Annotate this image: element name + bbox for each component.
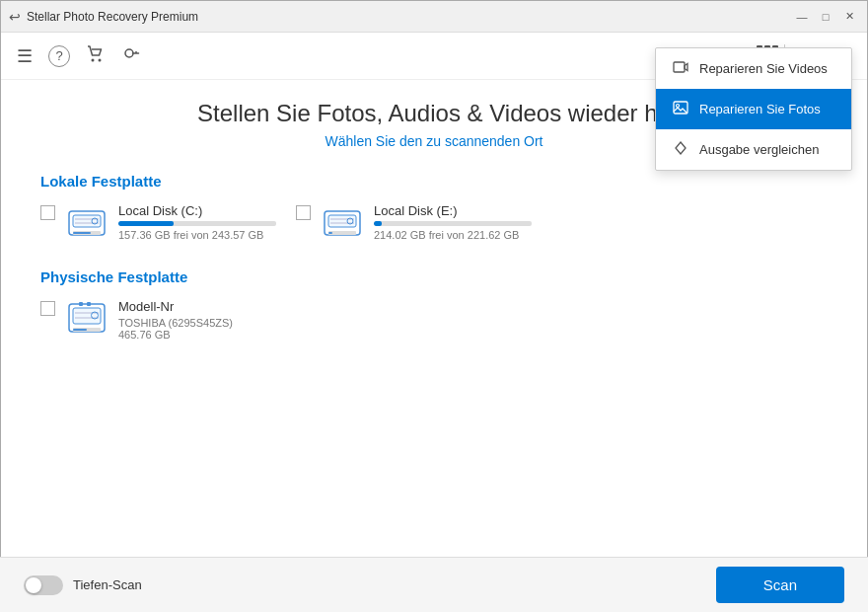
title-bar: ↩ Stellar Photo Recovery Premium — □ ✕	[1, 1, 867, 33]
svg-rect-28	[79, 302, 83, 306]
drive-checkbox-c[interactable]	[40, 205, 55, 220]
tiefen-scan-label: Tiefen-Scan	[73, 577, 142, 592]
maximize-button[interactable]: □	[816, 7, 835, 27]
svg-rect-3	[674, 62, 685, 72]
svg-marker-6	[676, 142, 686, 154]
drive-info-physical: Modell-Nr TOSHIBA (6295S45ZS) 465.76 GB	[118, 299, 238, 341]
svg-rect-16	[328, 232, 332, 234]
dropdown-item-repair-video[interactable]: Reparieren Sie Videos	[656, 48, 851, 89]
local-drives-title: Lokale Festplatte	[40, 173, 828, 190]
svg-rect-9	[73, 232, 91, 234]
drive-icon-physical	[65, 299, 108, 337]
physical-drives-title: Physische Festplatte	[40, 268, 828, 285]
key-icon[interactable]	[121, 43, 141, 68]
drive-name-physical: Modell-Nr	[118, 299, 238, 314]
svg-point-5	[677, 105, 680, 108]
svg-rect-17	[328, 215, 356, 227]
drive-icon-e	[321, 203, 364, 241]
title-bar-controls: — □ ✕	[792, 7, 859, 27]
drive-model-physical: TOSHIBA (6295S45ZS)	[118, 317, 238, 329]
local-drives-grid: Local Disk (C:) 157.36 GB frei von 243.5…	[40, 203, 828, 241]
drive-size-physical: 465.76 GB	[118, 329, 238, 341]
dropdown-label-repair-photo: Reparieren Sie Fotos	[699, 102, 821, 116]
title-bar-back-icon: ↩	[9, 9, 21, 25]
drive-item-c: Local Disk (C:) 157.36 GB frei von 243.5…	[40, 203, 276, 241]
drive-bar-fill-c	[118, 221, 174, 226]
cart-icon[interactable]	[86, 43, 106, 68]
drive-bar-c	[118, 221, 276, 226]
compare-output-icon	[672, 139, 689, 160]
drive-info-e: Local Disk (E:) 214.02 GB frei von 221.6…	[374, 203, 532, 241]
repair-video-icon	[672, 58, 689, 79]
svg-rect-29	[87, 302, 91, 306]
title-bar-title: Stellar Photo Recovery Premium	[27, 10, 198, 24]
drive-name-e: Local Disk (E:)	[374, 203, 532, 218]
drive-info-c: Local Disk (C:) 157.36 GB frei von 243.5…	[118, 203, 276, 241]
svg-point-1	[99, 59, 102, 62]
physical-drives-section: Physische Festplatte Modell-Nr TO	[40, 268, 828, 341]
scan-button[interactable]: Scan	[716, 567, 844, 603]
drive-bar-e	[374, 221, 532, 226]
hamburger-menu-icon[interactable]: ☰	[17, 45, 33, 67]
drive-details-c: 157.36 GB frei von 243.57 GB	[118, 229, 276, 241]
tiefen-scan-area: Tiefen-Scan	[24, 575, 142, 595]
drive-item-e: Local Disk (E:) 214.02 GB frei von 221.6…	[296, 203, 532, 241]
drive-checkbox-physical[interactable]	[40, 301, 55, 316]
local-drives-section: Lokale Festplatte Local Disk (C:)	[40, 173, 828, 241]
drive-icon-c	[65, 203, 108, 241]
svg-rect-10	[73, 215, 101, 227]
dropdown-item-compare-output[interactable]: Ausgabe vergleichen	[656, 129, 851, 170]
dropdown-item-repair-photo[interactable]: Reparieren Sie Fotos	[656, 89, 851, 129]
toolbar-left: ☰ ?	[17, 43, 141, 68]
svg-rect-23	[73, 329, 87, 331]
drive-details-e: 214.02 GB frei von 221.62 GB	[374, 229, 532, 241]
toggle-knob	[26, 577, 41, 593]
physical-drives-grid: Modell-Nr TOSHIBA (6295S45ZS) 465.76 GB	[40, 299, 828, 341]
drive-bar-fill-e	[374, 221, 382, 226]
svg-rect-15	[328, 231, 356, 235]
tiefen-scan-toggle[interactable]	[24, 575, 63, 595]
repair-photo-icon	[672, 99, 689, 119]
svg-point-0	[92, 59, 95, 62]
drive-checkbox-e[interactable]	[296, 205, 311, 220]
footer: Tiefen-Scan Scan	[0, 557, 868, 612]
svg-rect-24	[73, 308, 101, 324]
dropdown-label-repair-video: Reparieren Sie Videos	[699, 61, 828, 76]
dropdown-menu: Reparieren Sie Videos Reparieren Sie Fot…	[655, 47, 852, 171]
drive-name-c: Local Disk (C:)	[118, 203, 276, 218]
title-bar-left: ↩ Stellar Photo Recovery Premium	[9, 9, 198, 25]
drive-item-physical: Modell-Nr TOSHIBA (6295S45ZS) 465.76 GB	[40, 299, 238, 341]
close-button[interactable]: ✕	[839, 7, 859, 27]
dropdown-label-compare-output: Ausgabe vergleichen	[699, 142, 819, 157]
help-icon[interactable]: ?	[48, 45, 70, 67]
minimize-button[interactable]: —	[792, 7, 812, 27]
